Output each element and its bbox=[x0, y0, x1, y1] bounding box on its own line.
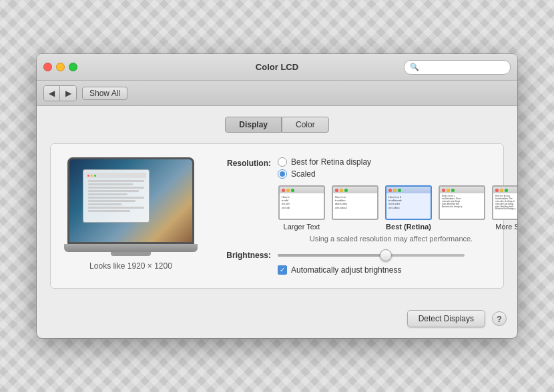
maximize-button[interactable] bbox=[69, 63, 77, 71]
left-panel: Looks like 1920 × 1200 bbox=[64, 157, 198, 275]
auto-brightness-checkbox[interactable]: ✓ bbox=[278, 265, 287, 275]
radio-best-label: Best for Retina display bbox=[291, 157, 371, 167]
checkmark-icon: ✓ bbox=[280, 267, 285, 273]
nav-buttons: ◀ ▶ bbox=[43, 85, 77, 101]
macbook-stand bbox=[111, 252, 151, 256]
traffic-lights bbox=[43, 63, 77, 71]
scale-option-best: Here's to tltroublemakones whooes abou B… bbox=[384, 185, 433, 231]
toolbar: ◀ ▶ Show All bbox=[37, 81, 517, 106]
slider-thumb[interactable] bbox=[380, 249, 392, 261]
scale-label-more: More Space bbox=[495, 223, 517, 231]
scale-label-larger: Larger Text bbox=[284, 223, 320, 231]
search-icon: 🔍 bbox=[410, 63, 419, 71]
scale-thumb-larger[interactable]: Here'stroublers whoes ab bbox=[278, 185, 325, 220]
scale-thumb-2[interactable]: Here's totroublemakers whooes about bbox=[332, 185, 378, 220]
thumb-text-2: Here's totroublemakers whooes about bbox=[335, 195, 375, 209]
radio-scaled-label: Scaled bbox=[291, 169, 316, 179]
help-button[interactable]: ? bbox=[492, 311, 507, 326]
show-all-button[interactable]: Show All bbox=[82, 87, 127, 100]
brightness-label: Brightness: bbox=[211, 251, 271, 260]
scale-option-more: Here's to the cratroublemakers. Theones … bbox=[491, 185, 517, 231]
close-button[interactable] bbox=[43, 63, 52, 71]
content-area: Display Color bbox=[37, 106, 517, 302]
brightness-slider[interactable] bbox=[278, 254, 465, 257]
thumb-text-best: Here's to tltroublemakones whooes abou bbox=[388, 195, 429, 209]
back-button[interactable]: ◀ bbox=[44, 86, 60, 101]
forward-button[interactable]: ▶ bbox=[60, 86, 76, 101]
looks-like-text: Looks like 1920 × 1200 bbox=[89, 261, 172, 271]
thumb-text-4: Here's to the ctroublemakers. The mones … bbox=[442, 195, 482, 208]
scale-thumb-4[interactable]: Here's to the ctroublemakers. The mones … bbox=[439, 185, 485, 220]
radio-best[interactable]: Best for Retina display bbox=[278, 157, 371, 167]
macbook-base bbox=[64, 244, 198, 252]
scale-option-larger: Here'stroublers whoes ab Larger Text bbox=[278, 185, 326, 231]
right-panel: Resolution: Best for Retina display Scal… bbox=[211, 157, 517, 275]
auto-brightness-label: Automatically adjust brightness bbox=[291, 265, 401, 275]
scaled-options: Here'stroublers whoes ab Larger Text bbox=[278, 185, 517, 231]
scale-option-4: Here's to the ctroublemakers. The mones … bbox=[438, 185, 486, 231]
minimize-button[interactable] bbox=[56, 63, 65, 71]
scale-thumb-best[interactable]: Here's to tltroublemakones whooes abou bbox=[385, 185, 432, 220]
tab-display[interactable]: Display bbox=[225, 117, 282, 133]
macbook-screen bbox=[69, 159, 192, 242]
preferences-window: Color LCD 🔍 ◀ ▶ Show All Display Color bbox=[37, 54, 517, 338]
thumb-text-larger: Here'stroublers whoes ab bbox=[282, 195, 322, 209]
search-bar[interactable]: 🔍 bbox=[404, 60, 511, 75]
display-panel: Looks like 1920 × 1200 Resolution: Best … bbox=[50, 143, 504, 289]
scale-thumb-more[interactable]: Here's to the cratroublemakers. Theones … bbox=[492, 185, 517, 220]
resolution-options: Best for Retina display Scaled bbox=[278, 157, 371, 179]
radio-scaled[interactable]: Scaled bbox=[278, 169, 371, 179]
resolution-label: Resolution: bbox=[211, 157, 271, 168]
detect-displays-button[interactable]: Detect Displays bbox=[407, 310, 485, 327]
tabs: Display Color bbox=[50, 117, 504, 133]
titlebar: Color LCD 🔍 bbox=[37, 54, 517, 81]
auto-brightness-row: ✓ Automatically adjust brightness bbox=[278, 265, 517, 275]
radio-best-button[interactable] bbox=[278, 157, 287, 167]
scale-label-best: Best (Retina) bbox=[386, 223, 431, 231]
brightness-row: Brightness: bbox=[211, 251, 517, 260]
tab-color[interactable]: Color bbox=[282, 117, 329, 133]
window-title: Color LCD bbox=[256, 62, 298, 72]
thumb-text-more: Here's to the cratroublemakers. Theones … bbox=[495, 195, 517, 211]
radio-scaled-button[interactable] bbox=[278, 169, 287, 179]
resolution-row: Resolution: Best for Retina display Scal… bbox=[211, 157, 517, 179]
bottom-bar: Detect Displays ? bbox=[37, 302, 517, 338]
performance-note: Using a scaled resolution may affect per… bbox=[278, 235, 505, 243]
macbook-display bbox=[67, 157, 194, 244]
screen-overlay bbox=[83, 169, 150, 223]
scale-option-2: Here's totroublemakers whooes about bbox=[331, 185, 379, 231]
